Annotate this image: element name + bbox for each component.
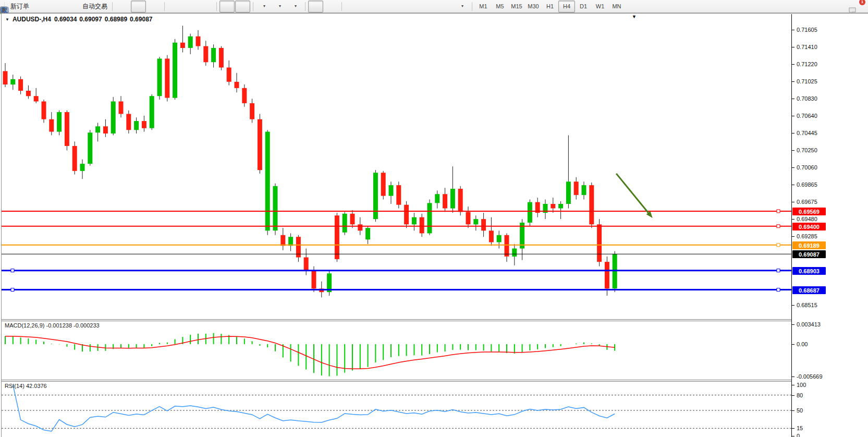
caret-down-icon: ▾ xyxy=(461,4,463,8)
toolbar-separator xyxy=(253,2,253,11)
axis-tick xyxy=(792,99,794,99)
axis-tick xyxy=(792,344,794,345)
timeframe-h1-button[interactable]: H1 xyxy=(542,1,558,13)
price-chart-canvas[interactable] xyxy=(2,14,791,306)
rsi-tick: 50 xyxy=(797,407,803,414)
line-chart-button[interactable] xyxy=(146,1,162,13)
horizontal-line-tool-button[interactable] xyxy=(360,1,375,13)
text-label-tool-button[interactable]: T xyxy=(438,1,454,13)
ohlc-close: 0.69087 xyxy=(130,16,152,23)
hline-0.69189[interactable] xyxy=(2,244,791,247)
hline-0.69400[interactable] xyxy=(2,225,791,228)
price-axis[interactable]: 0.716050.714100.712200.710250.708300.706… xyxy=(791,14,868,437)
axis-tick xyxy=(792,150,794,151)
chart-ohlc-header: ▼ AUDUSD-,H4 0.69034 0.69097 0.68989 0.6… xyxy=(5,16,153,23)
timeframe-d1-button[interactable]: D1 xyxy=(575,1,592,13)
crosshair-tool-button[interactable] xyxy=(324,1,339,13)
timeframe-mn-button[interactable]: MN xyxy=(608,1,625,13)
price-tick: 0.70640 xyxy=(797,113,817,119)
caret-down-icon: ▾ xyxy=(279,4,281,8)
auto-scroll-button[interactable] xyxy=(219,1,235,13)
auto-trading-button[interactable]: 自动交易 xyxy=(79,1,109,13)
timeframe-m5-button[interactable]: M5 xyxy=(492,1,508,13)
macd-value-1: -0.001238 xyxy=(46,322,72,329)
caret-down-icon: ▾ xyxy=(263,4,265,8)
timeframe-w1-button[interactable]: W1 xyxy=(592,1,608,13)
signals-button[interactable] xyxy=(63,1,78,13)
chart-symbol-period: AUDUSD-,H4 xyxy=(13,16,51,23)
price-tick: 0.69480 xyxy=(797,216,817,222)
rsi-tick: 80 xyxy=(797,392,803,398)
tile-windows-button[interactable] xyxy=(199,1,214,13)
hline-price-tag: 0.68687 xyxy=(792,286,826,294)
zoom-in-button[interactable] xyxy=(167,1,182,13)
new-order-button[interactable]: 新订单 xyxy=(7,1,31,13)
toolbar: 新订单 自动交易 xyxy=(0,0,868,13)
chart-shift-button[interactable] xyxy=(235,1,250,13)
rsi-panel-canvas[interactable] xyxy=(2,382,791,437)
rsi-tick: 15 xyxy=(797,425,803,431)
macd-tick: 0.00 xyxy=(797,341,808,347)
text-tool-button[interactable]: A xyxy=(423,1,438,13)
price-tick: 0.70830 xyxy=(797,95,817,102)
axis-tick xyxy=(792,436,794,436)
axis-tick xyxy=(792,116,794,116)
axis-tick xyxy=(792,30,794,30)
rsi-tick: 100 xyxy=(797,382,806,388)
timeframe-m30-button[interactable]: M30 xyxy=(525,1,542,13)
macd-panel-canvas[interactable] xyxy=(2,321,791,380)
axis-tick xyxy=(792,428,794,429)
axis-tick xyxy=(792,377,794,377)
timeframe-m15-button[interactable]: M15 xyxy=(508,1,525,13)
data-window-button[interactable] xyxy=(47,1,63,13)
hline-0.69569[interactable] xyxy=(2,210,791,213)
toolbar-separator xyxy=(305,2,305,11)
market-watch-button[interactable] xyxy=(32,1,47,13)
axis-tick xyxy=(792,185,794,185)
mt4-window: 新订单 自动交易 xyxy=(0,0,868,437)
chart-shift-marker-icon[interactable]: ▼ xyxy=(632,14,637,19)
timeframe-m1-button[interactable]: M1 xyxy=(475,1,492,13)
chat-button[interactable]: 1 xyxy=(848,1,863,13)
trendline-tool-button[interactable] xyxy=(376,1,391,13)
macd-name: MACD(12,26,9) xyxy=(5,322,44,329)
arrows-tool-button[interactable]: ▾ xyxy=(454,1,469,13)
ohlc-dropdown-icon[interactable]: ▼ xyxy=(5,17,9,22)
price-tick: 0.69675 xyxy=(797,199,817,205)
templates-button[interactable]: ▾ xyxy=(287,1,302,13)
rsi-name: RSI(14) xyxy=(5,383,25,389)
hline-price-tag: 0.69400 xyxy=(792,223,826,230)
ohlc-low: 0.68989 xyxy=(105,16,127,23)
current-price-tag: 0.69087 xyxy=(792,250,826,258)
candlestick-chart-button[interactable] xyxy=(131,1,146,13)
price-tick: 0.71605 xyxy=(797,27,817,33)
vertical-line-tool-button[interactable] xyxy=(345,1,360,13)
hline-0.68687[interactable] xyxy=(2,288,791,292)
price-tick: 0.70445 xyxy=(797,130,817,136)
toolbar-separator xyxy=(112,2,113,11)
axis-tick xyxy=(792,219,794,220)
price-tick: 0.70060 xyxy=(797,164,817,171)
axis-tick xyxy=(792,47,794,47)
indicators-button[interactable]: ▾ xyxy=(256,1,271,13)
fibonacci-tool-button[interactable]: F xyxy=(407,1,422,13)
price-tick: 0.69285 xyxy=(797,233,817,239)
rsi-value: 42.0376 xyxy=(26,383,47,389)
price-tick: 0.71410 xyxy=(797,44,817,50)
hline-0.68903[interactable] xyxy=(2,269,791,272)
hline-price-tag: 0.69189 xyxy=(792,241,826,249)
equidistant-channel-tool-button[interactable]: E xyxy=(392,1,407,13)
timeframe-h4-button[interactable]: H4 xyxy=(558,1,575,13)
caret-down-icon: ▾ xyxy=(295,4,297,8)
ohlc-high: 0.69097 xyxy=(79,16,102,23)
cursor-tool-button[interactable] xyxy=(308,1,323,13)
search-button[interactable] xyxy=(829,1,845,13)
bar-chart-button[interactable] xyxy=(115,1,130,13)
axis-tick xyxy=(792,395,794,396)
toolbar-right: 1 xyxy=(829,1,866,13)
axis-tick xyxy=(792,81,794,82)
price-tick: 0.69865 xyxy=(797,181,817,188)
zoom-out-button[interactable] xyxy=(183,1,198,13)
axis-tick xyxy=(792,167,794,168)
periods-button[interactable]: ▾ xyxy=(272,1,287,13)
